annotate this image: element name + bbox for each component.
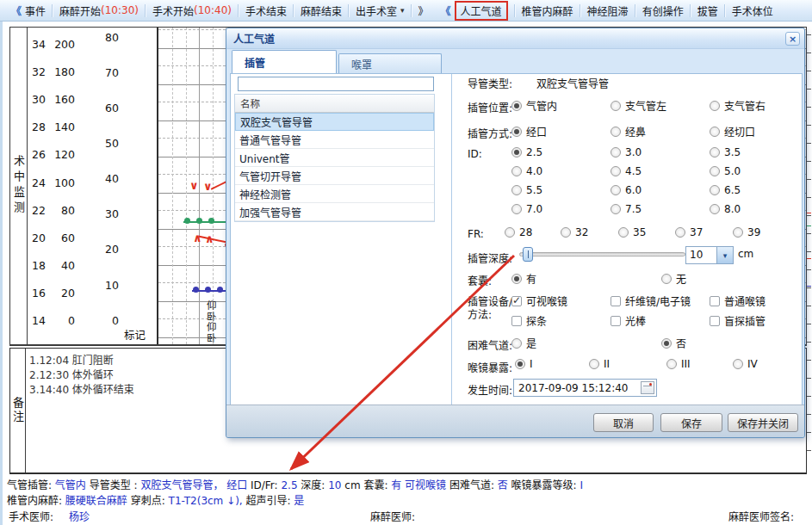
device-option[interactable]: 纤维镜/电子镜 [611,293,691,308]
position-option-radio-selected[interactable] [511,101,522,111]
exposure-grade-option-radio-selected[interactable] [515,359,525,369]
device-option[interactable]: 盲探插管 [710,313,766,328]
cuff-option[interactable]: 有 [511,271,536,286]
id-option-radio[interactable] [511,185,522,195]
device-option-checkbox[interactable] [710,296,720,306]
id-option[interactable]: 4.0 [511,165,542,177]
cuff-option[interactable]: 无 [661,271,686,286]
id-option-radio[interactable] [611,185,621,195]
list-item-catheter[interactable]: 气管切开导管 [235,167,434,185]
toolbar-item-6[interactable]: 》 [412,3,435,18]
fr-option[interactable]: 28 [505,226,532,238]
fr-option-radio[interactable] [505,227,515,238]
device-option-checkbox-checked[interactable] [511,296,522,306]
method-option[interactable]: 经鼻 [611,124,646,139]
tab-intubation[interactable]: 插管 [232,50,337,73]
position-option[interactable]: 气管内 [511,98,557,113]
fr-option[interactable]: 35 [618,226,646,238]
id-option-radio[interactable] [611,204,621,214]
id-option-radio[interactable] [710,204,720,214]
id-option[interactable]: 8.0 [710,203,741,215]
nav-guillemet-icon[interactable]: 《 [441,3,451,18]
id-option[interactable]: 6.0 [611,184,642,196]
cuff-option-radio[interactable] [661,274,672,284]
exposure-grade-option[interactable]: II [589,358,610,370]
occurrence-time-input[interactable]: 2017-09-09 15:12:40 [513,379,657,397]
difficult-airway-option[interactable]: 否 [661,336,686,350]
id-option-radio[interactable] [710,185,720,195]
device-option[interactable]: 普通喉镜 [710,293,766,308]
close-icon[interactable]: × [785,32,800,46]
cancel-button[interactable]: 取消 [593,413,654,432]
save-and-close-button[interactable]: 保存并关闭 [728,413,798,432]
id-option-radio[interactable] [710,147,720,158]
toolbar-item-8[interactable]: 椎管内麻醉 [516,3,580,18]
toolbar-item-3[interactable]: 手术结束 [239,3,293,18]
list-item-catheter[interactable]: 双腔支气管导管 [235,113,434,131]
fr-option-radio[interactable] [675,227,685,238]
id-option[interactable]: 7.5 [611,203,642,215]
id-option[interactable]: 7.0 [511,203,542,215]
method-option-radio[interactable] [710,127,720,137]
device-option-checkbox[interactable] [611,316,621,326]
exposure-grade-option[interactable]: III [666,358,691,370]
id-option[interactable]: 5.0 [710,165,741,177]
method-option[interactable]: 经口 [511,124,547,139]
calendar-icon[interactable] [641,381,654,394]
combo-dropdown-icon[interactable]: ▾ [716,247,733,263]
id-option-radio[interactable] [611,166,621,176]
fr-option[interactable]: 39 [733,226,760,238]
difficult-airway-option-radio-selected[interactable] [661,338,672,349]
toolbar-item-2[interactable]: 手术开始(10:40) [146,3,238,18]
toolbar-item-9[interactable]: 神经阻滞 [581,3,635,18]
id-option[interactable]: 4.5 [611,165,642,177]
depth-slider-handle[interactable] [523,247,533,262]
fr-option-radio[interactable] [561,227,571,238]
chevron-down-icon[interactable]: ▾ [400,6,405,15]
toolbar-item-5[interactable]: 出手术室▾ [350,3,411,18]
exposure-grade-option-radio[interactable] [733,359,743,369]
id-option[interactable]: 5.5 [511,184,542,196]
method-option[interactable]: 经切口 [710,124,755,139]
toolbar-item-1[interactable]: 麻醉开始(10:30) [53,3,145,18]
device-option[interactable]: 光棒 [611,313,646,328]
exposure-grade-option[interactable]: IV [733,358,758,370]
list-item-catheter[interactable]: 神经检测管 [235,185,434,203]
toolbar-item-0[interactable]: 《事件 [5,3,52,18]
depth-combo[interactable]: 10▾ [685,246,734,264]
save-button[interactable]: 保存 [660,413,722,432]
list-item-catheter[interactable]: 普通气管导管 [235,131,434,149]
position-option-radio[interactable] [611,101,621,111]
device-option-checkbox[interactable] [611,296,621,306]
id-option[interactable]: 3.5 [710,146,741,158]
device-option[interactable]: 可视喉镜 [511,293,567,308]
toolbar-item-11[interactable]: 拔管 [691,3,724,18]
device-option[interactable]: 探条 [511,313,547,328]
id-option[interactable]: 2.5 [511,146,542,158]
id-option[interactable]: 6.5 [710,184,741,196]
toolbar-item-12[interactable]: 手术体位 [726,3,779,18]
difficult-airway-option[interactable]: 是 [511,336,536,350]
fr-option[interactable]: 32 [561,226,588,238]
exposure-grade-option[interactable]: I [515,358,533,370]
id-option-radio[interactable] [511,204,522,214]
fr-option-radio[interactable] [618,227,629,238]
position-option[interactable]: 支气管左 [611,98,666,113]
tab-laryngeal-mask[interactable]: 喉罩 [338,53,442,73]
method-option-radio[interactable] [611,127,621,137]
id-option[interactable]: 3.0 [611,146,642,158]
toolbar-item-10[interactable]: 有创操作 [636,3,690,18]
fr-option[interactable]: 37 [675,226,703,238]
id-option-radio[interactable] [611,147,621,158]
id-option-radio[interactable] [511,166,522,176]
search-input[interactable] [238,77,434,91]
list-item-catheter[interactable]: Univent管 [235,149,434,167]
device-option-checkbox[interactable] [511,316,522,326]
difficult-airway-option-radio[interactable] [511,338,522,349]
position-option-radio[interactable] [710,101,720,111]
nav-guillemet-icon[interactable]: 《 [11,3,22,18]
fr-option-radio[interactable] [733,227,743,238]
cuff-option-radio-selected[interactable] [511,274,522,284]
id-option-radio-selected[interactable] [511,147,522,158]
list-item-catheter[interactable]: 加强气管导管 [235,203,434,221]
